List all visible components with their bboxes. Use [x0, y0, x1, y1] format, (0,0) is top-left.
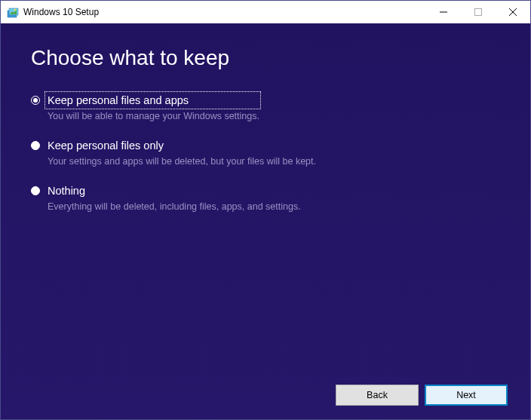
radio-icon [31, 96, 40, 105]
content-area: Choose what to keep Keep personal files … [1, 23, 530, 419]
page-heading: Choose what to keep [31, 46, 500, 70]
option-description: Everything will be deleted, including fi… [48, 200, 301, 213]
svg-rect-4 [475, 9, 482, 16]
option-nothing[interactable]: Nothing Everything will be deleted, incl… [31, 183, 500, 213]
minimize-button[interactable] [426, 1, 461, 23]
button-row: Back Next [336, 385, 508, 406]
radio-icon [31, 141, 40, 150]
app-icon [7, 6, 19, 18]
svg-point-2 [14, 9, 17, 11]
next-button[interactable]: Next [425, 385, 508, 406]
option-label: Nothing [48, 183, 301, 198]
option-text: Keep personal files and apps You will be… [48, 93, 259, 123]
option-keep-files-apps[interactable]: Keep personal files and apps You will be… [31, 93, 500, 123]
radio-icon [31, 186, 40, 195]
option-description: Your settings and apps will be deleted, … [48, 155, 316, 168]
option-keep-files-only[interactable]: Keep personal files only Your settings a… [31, 138, 500, 168]
close-button[interactable] [496, 1, 530, 23]
maximize-button [461, 1, 496, 23]
option-label: Keep personal files and apps [46, 93, 259, 108]
back-button[interactable]: Back [336, 385, 419, 406]
option-description: You will be able to manage your Windows … [48, 109, 259, 123]
option-label: Keep personal files only [48, 138, 316, 153]
option-text: Nothing Everything will be deleted, incl… [48, 183, 301, 213]
setup-window: Windows 10 Setup Choose what to keep Kee… [0, 0, 531, 420]
window-title: Windows 10 Setup [23, 7, 99, 17]
titlebar: Windows 10 Setup [1, 1, 530, 23]
option-text: Keep personal files only Your settings a… [48, 138, 316, 168]
